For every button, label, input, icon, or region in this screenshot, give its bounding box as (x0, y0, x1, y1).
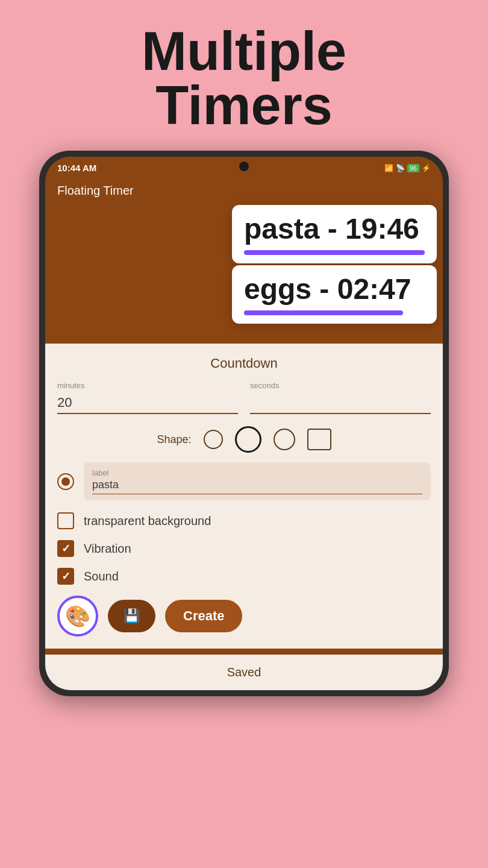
palette-icon: 🎨 (65, 604, 90, 628)
status-bar: 10:44 AM 📶 📡 96 ⚡ (45, 157, 443, 177)
vibration-checkbox[interactable]: ✓ (57, 540, 74, 557)
eggs-timer-card[interactable]: eggs - 02:47 (232, 265, 437, 324)
save-icon: 💾 (124, 608, 140, 624)
label-input-group[interactable]: label pasta (84, 462, 431, 500)
time-inputs: minutes 20 seconds (57, 381, 431, 414)
vibration-checkbox-row[interactable]: ✓ Vibration (57, 540, 431, 557)
app-header: Floating Timer (45, 177, 443, 205)
countdown-title: Countdown (57, 356, 431, 371)
minutes-label: minutes (57, 381, 238, 390)
pasta-timer-text: pasta - 19:46 (244, 213, 425, 245)
label-value: pasta (92, 479, 422, 494)
camera-notch (239, 162, 249, 171)
pasta-timer-card[interactable]: pasta - 19:46 (232, 205, 437, 263)
create-button[interactable]: Create (165, 600, 242, 632)
shape-selector-row: Shape: (57, 426, 431, 453)
save-button[interactable]: 💾 (108, 600, 155, 632)
battery-indicator: 96 (407, 164, 419, 172)
palette-button[interactable]: 🎨 (57, 596, 98, 637)
charging-icon: ⚡ (422, 164, 431, 172)
sound-checkbox-row[interactable]: ✓ Sound (57, 568, 431, 585)
pasta-progress-bar (244, 250, 425, 255)
signal-icon: 📶 (384, 164, 393, 172)
minutes-input-group[interactable]: minutes 20 (57, 381, 238, 414)
app-header-title: Floating Timer (57, 184, 134, 198)
wifi-icon: 📡 (396, 164, 405, 172)
radio-selected[interactable] (57, 473, 74, 490)
vibration-label: Vibration (84, 542, 131, 556)
sound-checkmark: ✓ (61, 571, 70, 582)
shape-circle-medium[interactable] (274, 429, 295, 450)
eggs-progress-bar (244, 310, 403, 315)
phone-screen: 10:44 AM 📶 📡 96 ⚡ Floating Timer pasta -… (45, 157, 443, 690)
minutes-value: 20 (57, 392, 238, 413)
phone-device: 10:44 AM 📶 📡 96 ⚡ Floating Timer pasta -… (39, 151, 449, 696)
saved-section: Saved (45, 655, 443, 690)
eggs-timer-text: eggs - 02:47 (244, 274, 425, 306)
transparent-label: transparent background (84, 514, 211, 528)
transparent-checkbox[interactable] (57, 512, 74, 529)
floating-timers-area: pasta - 19:46 eggs - 02:47 (51, 205, 437, 344)
saved-label: Saved (227, 665, 261, 679)
seconds-input-group[interactable]: seconds (250, 381, 431, 414)
vibration-checkmark: ✓ (61, 543, 70, 554)
seconds-value (250, 392, 431, 413)
seconds-label: seconds (250, 381, 431, 390)
sound-checkbox[interactable]: ✓ (57, 568, 74, 585)
shape-square[interactable] (307, 429, 331, 450)
status-time: 10:44 AM (57, 163, 96, 173)
main-content: Countdown minutes 20 seconds Shape: (45, 344, 443, 649)
page-title: Multiple Timers (142, 24, 346, 133)
shape-circle-large[interactable] (235, 426, 261, 453)
sound-label: Sound (84, 570, 119, 583)
bottom-buttons: 🎨 💾 Create (57, 596, 431, 637)
transparent-checkbox-row[interactable]: transparent background (57, 512, 431, 529)
radio-inner (61, 477, 70, 486)
status-icons: 📶 📡 96 ⚡ (384, 164, 431, 172)
label-input-row: label pasta (57, 462, 431, 500)
label-sublabel: label (92, 468, 422, 477)
shape-circle-small[interactable] (204, 430, 223, 449)
shape-label: Shape: (157, 433, 191, 446)
